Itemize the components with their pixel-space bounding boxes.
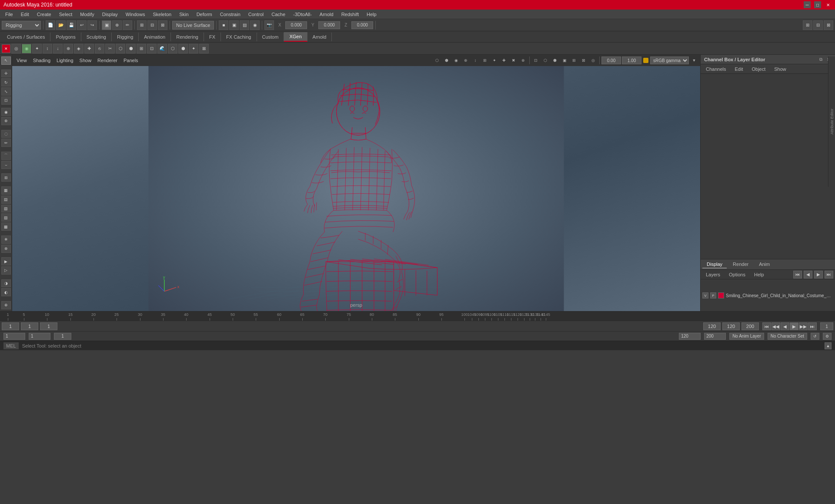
vp-icon13[interactable]: ⬢ bbox=[551, 56, 559, 65]
tb-render2[interactable]: ▣ bbox=[229, 20, 239, 30]
tb-paint[interactable]: ✏ bbox=[123, 20, 132, 30]
soft-sel-btn[interactable]: ◉ bbox=[1, 108, 11, 116]
tb-right3[interactable]: ⊠ bbox=[824, 20, 833, 30]
anim-layer-display[interactable]: No Anim Layer bbox=[729, 333, 764, 340]
vp-icon16[interactable]: ⊠ bbox=[579, 56, 588, 65]
z-input[interactable] bbox=[351, 21, 373, 29]
vp-icon3[interactable]: ◉ bbox=[452, 56, 461, 65]
tb3-icon14[interactable]: ⊞ bbox=[137, 44, 146, 53]
tb-right1[interactable]: ⊞ bbox=[803, 20, 812, 30]
ep-curve-btn[interactable]: ⌣ bbox=[1, 161, 11, 169]
tab-arnold[interactable]: Arnold bbox=[307, 33, 332, 41]
layer-playback-btn[interactable]: P bbox=[710, 292, 716, 298]
tab-xgen[interactable]: XGen bbox=[284, 32, 307, 42]
tab-polygons[interactable]: Polygons bbox=[50, 33, 81, 41]
vp-menu-lighting[interactable]: Lighting bbox=[54, 57, 76, 64]
move-tool-btn[interactable]: ✛ bbox=[1, 70, 11, 78]
tb3-icon12[interactable]: ⬡ bbox=[116, 44, 125, 53]
no-live-surface-button[interactable]: No Live Surface bbox=[172, 21, 214, 30]
isolate-btn[interactable]: ◐ bbox=[1, 288, 11, 296]
frame-field-1[interactable] bbox=[3, 333, 25, 340]
vp-icon6[interactable]: ⊞ bbox=[481, 56, 489, 65]
tb3-icon13[interactable]: ⬢ bbox=[126, 44, 136, 53]
window-controls[interactable]: ─ □ ✕ bbox=[804, 1, 832, 8]
char-set-display[interactable]: No Character Set bbox=[768, 333, 807, 340]
tb3-icon1[interactable]: ✕ bbox=[2, 44, 10, 53]
frame-thumb[interactable]: 1 bbox=[40, 322, 57, 330]
current-frame-display[interactable]: 1 bbox=[820, 322, 833, 330]
cb-tab-edit[interactable]: Edit bbox=[731, 66, 746, 73]
tb-right2[interactable]: ⊟ bbox=[813, 20, 823, 30]
tb-render4[interactable]: ◉ bbox=[250, 20, 260, 30]
gamma-select[interactable]: sRGB gamma bbox=[650, 56, 689, 64]
vp-icon5[interactable]: ↕ bbox=[471, 56, 480, 65]
tb-render3[interactable]: ▤ bbox=[240, 20, 249, 30]
tb3-icon2[interactable]: ◎ bbox=[11, 44, 21, 53]
tab-rigging[interactable]: Rigging bbox=[112, 33, 139, 41]
vp-menu-panels[interactable]: Panels bbox=[121, 57, 141, 64]
layer-nav-next-next[interactable]: ⏭ bbox=[825, 271, 833, 279]
vp-gamma-icon[interactable]: ▼ bbox=[690, 56, 698, 65]
layer-tab-anim[interactable]: Anim bbox=[755, 261, 774, 269]
timeline-ruler[interactable]: 1510152025303540455055606570758085909510… bbox=[0, 312, 835, 321]
menu-arnold[interactable]: Arnold bbox=[316, 11, 337, 18]
tb3-icon4[interactable]: ✦ bbox=[32, 44, 42, 53]
tb-snap1[interactable]: ⊞ bbox=[137, 20, 147, 30]
tb-select[interactable]: ▣ bbox=[102, 20, 111, 30]
tb3-icon3[interactable]: ◉ bbox=[22, 44, 31, 53]
vp-icon10[interactable]: ⊗ bbox=[519, 56, 528, 65]
tb3-icon5[interactable]: ↕ bbox=[43, 44, 52, 53]
menu-cache[interactable]: Cache bbox=[268, 11, 289, 18]
tb3-icon15[interactable]: ⊡ bbox=[147, 44, 157, 53]
tb-lasso[interactable]: ⊕ bbox=[112, 20, 122, 30]
vp-icon2[interactable]: ⬢ bbox=[442, 56, 451, 65]
tb3-icon9[interactable]: ✚ bbox=[84, 44, 94, 53]
menu-file[interactable]: File bbox=[2, 11, 17, 18]
layer-tab-render[interactable]: Render bbox=[728, 261, 753, 269]
close-button[interactable]: ✕ bbox=[825, 1, 832, 8]
tb3-icon19[interactable]: ✦ bbox=[189, 44, 198, 53]
tb3-icon7[interactable]: ⊕ bbox=[63, 44, 73, 53]
layer2-btn[interactable]: ▤ bbox=[1, 196, 11, 204]
menu-skin[interactable]: Skin bbox=[176, 11, 192, 18]
mode-dropdown[interactable]: Rigging bbox=[2, 21, 41, 30]
menu-deform[interactable]: Deform bbox=[193, 11, 216, 18]
ipr-btn[interactable]: ▷ bbox=[1, 266, 11, 275]
vp-icon14[interactable]: ▣ bbox=[560, 56, 569, 65]
y-input[interactable] bbox=[318, 21, 340, 29]
vp-menu-view[interactable]: View bbox=[14, 57, 30, 64]
scale-tool-btn[interactable]: ⤡ bbox=[1, 87, 11, 96]
x-input[interactable] bbox=[285, 21, 307, 29]
lasso-btn[interactable]: ◌ bbox=[1, 130, 11, 138]
tb3-icon17[interactable]: ⬡ bbox=[168, 44, 177, 53]
layers-menu-options[interactable]: Options bbox=[725, 271, 749, 278]
play-jump-end[interactable]: ⏭ bbox=[808, 322, 817, 330]
grid-btn[interactable]: ⊕ bbox=[1, 301, 11, 309]
layer-color-swatch[interactable] bbox=[718, 292, 724, 298]
frame-start-input[interactable] bbox=[2, 322, 19, 330]
frame-thumb-bottom[interactable]: 1 bbox=[54, 333, 71, 340]
menu-display[interactable]: Display bbox=[99, 11, 121, 18]
menu-help[interactable]: Help bbox=[363, 11, 380, 18]
maximize-button[interactable]: □ bbox=[814, 1, 821, 8]
vp-value2[interactable]: 1.00 bbox=[622, 56, 641, 64]
mel-label[interactable]: MEL bbox=[3, 342, 19, 349]
vp-icon4[interactable]: ⊕ bbox=[461, 56, 470, 65]
frame-field-2[interactable] bbox=[29, 333, 50, 340]
char-set-icon1[interactable]: ↺ bbox=[811, 333, 819, 340]
menu-select[interactable]: Select bbox=[56, 11, 76, 18]
menu-constrain[interactable]: Constrain bbox=[217, 11, 244, 18]
tab-sculpting[interactable]: Sculpting bbox=[81, 33, 112, 41]
snap-grid-btn[interactable]: ⊞ bbox=[1, 173, 11, 182]
vp-icon12[interactable]: ⬡ bbox=[541, 56, 550, 65]
tb3-icon11[interactable]: ✂ bbox=[105, 44, 115, 53]
paint-btn[interactable]: ✏ bbox=[1, 139, 11, 147]
cb-tab-show[interactable]: Show bbox=[771, 66, 790, 73]
tb-undo[interactable]: ↩ bbox=[77, 20, 87, 30]
tb-snap2[interactable]: ⊟ bbox=[147, 20, 157, 30]
frame-end-input[interactable] bbox=[703, 322, 721, 330]
history-btn[interactable]: ⊗ bbox=[1, 245, 11, 253]
last-tool-btn[interactable]: ⊡ bbox=[1, 96, 11, 105]
play-forward[interactable]: ▶ bbox=[790, 322, 798, 330]
vp-icon1[interactable]: ⬡ bbox=[433, 56, 441, 65]
